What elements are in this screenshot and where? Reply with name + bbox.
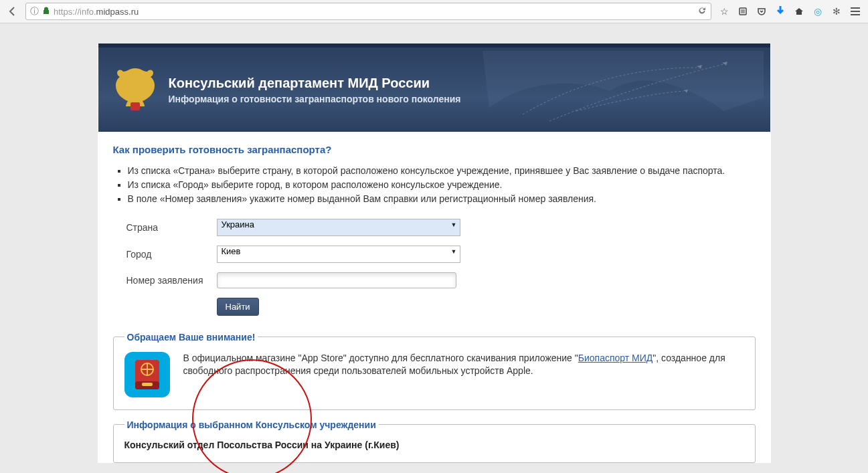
page-header: Консульский департамент МИД России Инфор… — [98, 48, 770, 132]
app-store-icon — [124, 352, 170, 397]
find-button[interactable]: Найти — [217, 298, 259, 316]
country-label: Страна — [126, 222, 217, 233]
coat-of-arms-icon — [112, 65, 159, 115]
pocket-icon[interactable] — [756, 5, 768, 17]
instruction-item: Из списка «Город» выберите город, в кото… — [128, 179, 756, 191]
consulate-fieldset: Информация о выбранном Консульском учреж… — [113, 419, 756, 463]
star-icon[interactable]: ☆ — [718, 5, 730, 17]
adblock-icon[interactable]: ◎ — [812, 5, 824, 17]
url-text: https://info.midpass.ru — [54, 7, 139, 17]
application-number-label: Номер заявления — [126, 275, 217, 286]
back-button[interactable] — [4, 3, 21, 20]
download-icon[interactable] — [774, 5, 786, 17]
map-decoration — [483, 48, 770, 132]
consulate-legend: Информация о выбранном Консульском учреж… — [124, 419, 379, 430]
notice-fieldset: Обращаем Ваше внимание! В офиц — [113, 332, 756, 410]
page-title: Консульский департамент МИД России — [169, 76, 461, 91]
browser-toolbar: ⓘ https://info.midpass.ru ☆ ◎ ✻ — [0, 0, 868, 23]
reload-icon[interactable] — [697, 6, 707, 17]
notice-text-before: В официальном магазине "App Store" досту… — [183, 353, 578, 363]
svg-point-5 — [126, 73, 131, 77]
city-select[interactable]: Киев — [217, 246, 460, 263]
svg-point-6 — [140, 73, 144, 77]
check-heading: Как проверить готовность загранпаспорта? — [113, 144, 756, 155]
page-subtitle: Информация о готовности загранпаспортов … — [169, 94, 461, 104]
info-icon: ⓘ — [30, 5, 39, 17]
application-number-input[interactable] — [217, 272, 456, 288]
viewport: Консульский департамент МИД России Инфор… — [0, 23, 868, 473]
consulate-name: Консульский отдел Посольства России на У… — [124, 440, 744, 450]
page-container: Консульский департамент МИД России Инфор… — [98, 43, 771, 463]
home-icon[interactable] — [793, 5, 805, 17]
country-select[interactable]: Украина — [217, 219, 460, 236]
menu-button[interactable] — [849, 5, 861, 17]
city-label: Город — [126, 249, 217, 260]
instruction-item: Из списка «Страна» выберите страну, в ко… — [128, 165, 756, 177]
lock-icon — [43, 7, 50, 16]
find-button-label: Найти — [226, 302, 250, 312]
svg-rect-12 — [142, 383, 153, 386]
app-link[interactable]: Биопаспорт МИД — [578, 353, 653, 363]
instruction-item: В поле «Номер заявления» укажите номер в… — [128, 193, 756, 205]
notice-legend: Обращаем Ваше внимание! — [124, 332, 258, 343]
svg-rect-4 — [131, 102, 140, 110]
country-value: Украина — [222, 219, 255, 229]
instructions-list: Из списка «Страна» выберите страну, в ко… — [113, 165, 756, 205]
search-form: Страна Украина Город Киев Номер заявлени… — [126, 219, 756, 316]
city-value: Киев — [222, 246, 241, 256]
notice-text: В официальном магазине "App Store" досту… — [183, 352, 744, 377]
address-bar[interactable]: ⓘ https://info.midpass.ru — [25, 3, 711, 20]
settings-icon[interactable]: ✻ — [831, 5, 843, 17]
toolbar-icons: ☆ ◎ ✻ — [715, 5, 864, 17]
library-icon[interactable] — [737, 5, 749, 17]
